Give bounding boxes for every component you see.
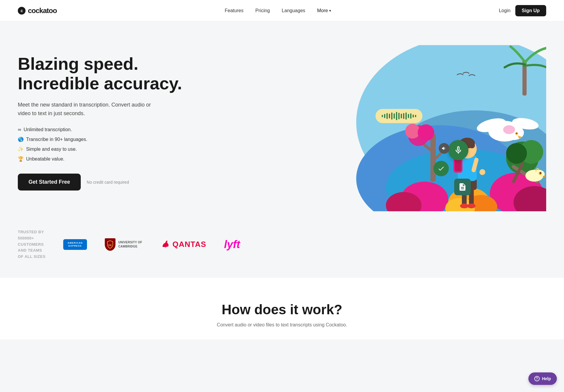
no-credit-card-label: No credit card required: [87, 180, 129, 185]
globe-icon: 🌎: [18, 137, 24, 142]
nav-links: Features Pricing Languages More ▾: [225, 8, 331, 13]
how-title: How does it work?: [18, 301, 546, 318]
get-started-button[interactable]: Get Started Free: [18, 174, 81, 191]
speaker-icon: [439, 143, 449, 154]
svg-point-36: [460, 204, 468, 208]
hero-content: Blazing speed. Incredible accuracy. Meet…: [18, 54, 182, 191]
hero-illustration: [182, 45, 546, 199]
svg-text:Uc: Uc: [108, 244, 112, 247]
hero-features-list: ∞ Unlimited transcription. 🌎 Transcribe …: [18, 127, 182, 162]
svg-point-20: [506, 143, 527, 164]
svg-point-16: [418, 124, 434, 141]
login-button[interactable]: Login: [499, 8, 510, 13]
svg-point-51: [163, 244, 165, 245]
svg-point-43: [479, 169, 485, 175]
chevron-down-icon: ▾: [329, 9, 331, 13]
hero-title: Blazing speed. Incredible accuracy.: [18, 54, 182, 93]
hero-svg: [321, 45, 546, 211]
hero-section: Blazing speed. Incredible accuracy. Meet…: [0, 21, 564, 217]
check-icon: [433, 161, 449, 176]
qantas-logo: QANTAS: [160, 238, 206, 251]
svg-point-37: [467, 204, 476, 208]
feature-languages: 🌎 Transcribe in 90+ languages.: [18, 137, 182, 142]
nav-actions: Login Sign Up: [499, 5, 546, 16]
signup-button[interactable]: Sign Up: [515, 5, 546, 16]
svg-point-27: [503, 125, 515, 134]
lyft-logo: lyft: [224, 238, 240, 251]
navbar: ccockatoo Features Pricing Languages Mor…: [0, 0, 564, 21]
microphone-icon: [448, 140, 468, 160]
cambridge-logo: Uc UNIVERSITY OF CAMBRIDGE: [105, 238, 142, 251]
trusted-logos: AMERICAN EXPRESS Uc UNIVERSITY OF CAMBRI…: [63, 238, 546, 251]
nav-pricing-link[interactable]: Pricing: [255, 8, 270, 13]
infinity-icon: ∞: [18, 127, 21, 132]
how-section: How does it work? Convert audio or video…: [0, 278, 564, 339]
sparkle-icon: ✨: [18, 146, 24, 152]
svg-point-49: [467, 138, 471, 142]
hero-subtitle: Meet the new standard in transcription. …: [18, 101, 154, 118]
waveform-badge: [376, 109, 422, 123]
lyft-text: lyft: [224, 238, 240, 251]
nav-languages-link[interactable]: Languages: [282, 8, 305, 13]
logo[interactable]: ccockatoo: [18, 7, 57, 15]
qantas-text: QANTAS: [172, 240, 206, 249]
how-subtitle: Convert audio or video files to text tra…: [18, 322, 546, 328]
svg-point-31: [533, 170, 545, 179]
document-icon: [454, 179, 471, 195]
nav-features-link[interactable]: Features: [225, 8, 243, 13]
svg-point-33: [540, 172, 541, 174]
qantas-kangaroo-icon: [160, 238, 171, 251]
trophy-icon: 🏆: [18, 156, 24, 162]
hero-cta: Get Started Free No credit card required: [18, 174, 182, 191]
feature-unlimited: ∞ Unlimited transcription.: [18, 127, 182, 132]
svg-point-47: [469, 142, 475, 148]
trusted-section: TRUSTED BY 500000+ CUSTOMERS AND TEAMS O…: [0, 217, 564, 278]
svg-point-29: [516, 133, 517, 134]
amex-logo: AMERICAN EXPRESS: [63, 239, 87, 250]
feature-value: 🏆 Unbeatable value.: [18, 156, 182, 162]
cambridge-shield-icon: Uc: [105, 238, 115, 251]
feature-easy: ✨ Simple and easy to use.: [18, 146, 182, 152]
logo-c-icon: c: [18, 7, 26, 15]
nav-more-dropdown[interactable]: More ▾: [317, 8, 331, 13]
illustration-container: [321, 45, 546, 211]
trusted-label: TRUSTED BY 500000+ CUSTOMERS AND TEAMS O…: [18, 229, 45, 260]
